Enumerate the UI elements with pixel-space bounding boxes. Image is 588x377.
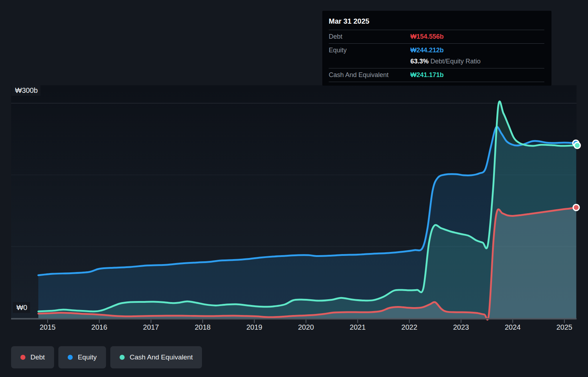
cash-end-marker[interactable] — [574, 142, 580, 148]
chart-page: 2015201620172018201920202021202220232024… — [0, 0, 588, 377]
x-axis-tick-label: 2022 — [401, 323, 418, 331]
cash-dot-icon — [120, 355, 125, 360]
debt-end-marker[interactable] — [573, 204, 579, 210]
tooltip-date: Mar 31 2025 — [329, 15, 544, 30]
x-axis-tick-label: 2020 — [298, 323, 314, 331]
tooltip-debt-label: Debt — [329, 33, 410, 40]
chart-tooltip: Mar 31 2025 Debt ₩154.556b Equity ₩244.2… — [322, 11, 551, 86]
legend-cash-label: Cash And Equivalent — [130, 353, 193, 361]
tooltip-ratio-row: 63.3% Debt/Equity Ratio — [329, 55, 544, 68]
legend-button-debt[interactable]: Debt — [11, 346, 54, 368]
x-axis-tick-label: 2017 — [143, 323, 159, 331]
x-axis-tick-label: 2016 — [91, 323, 107, 331]
x-axis-tick-label: 2025 — [556, 323, 573, 331]
x-axis-tick-label: 2024 — [505, 323, 521, 331]
tooltip-debt-row: Debt ₩154.556b — [329, 30, 544, 44]
debt-dot-icon — [20, 355, 25, 360]
x-axis-tick-label: 2018 — [195, 323, 211, 331]
y-axis-label-300b: ₩300b — [11, 85, 40, 96]
legend: Debt Equity Cash And Equivalent — [11, 346, 202, 368]
equity-dot-icon — [68, 355, 73, 360]
x-axis-tick-label: 2019 — [246, 323, 262, 331]
legend-button-equity[interactable]: Equity — [58, 346, 106, 368]
legend-debt-label: Debt — [30, 353, 45, 361]
tooltip-cash-row: Cash And Equivalent ₩241.171b — [329, 68, 544, 82]
legend-button-cash[interactable]: Cash And Equivalent — [110, 346, 202, 368]
x-axis-tick-label: 2021 — [350, 323, 366, 331]
tooltip-debt-value: ₩154.556b — [410, 33, 444, 40]
tooltip-equity-value: ₩244.212b — [410, 47, 444, 54]
legend-equity-label: Equity — [78, 353, 97, 361]
x-axis-tick-label: 2015 — [40, 323, 56, 331]
tooltip-cash-value: ₩241.171b — [410, 71, 444, 79]
tooltip-cash-label: Cash And Equivalent — [329, 71, 410, 79]
tooltip-ratio-value: 63.3% — [410, 58, 429, 65]
tooltip-ratio-label: Debt/Equity Ratio — [430, 58, 481, 65]
tooltip-equity-label: Equity — [329, 47, 410, 54]
tooltip-equity-row: Equity ₩244.212b — [329, 44, 544, 55]
y-axis-label-0: ₩0 — [13, 302, 30, 313]
x-axis-tick-label: 2023 — [453, 323, 469, 331]
